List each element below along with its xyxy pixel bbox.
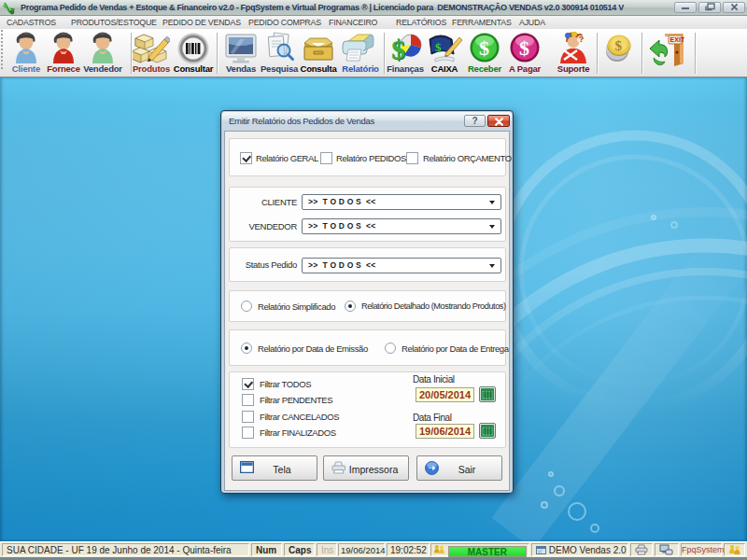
svg-text:EXIT: EXIT	[670, 36, 685, 43]
svg-text:$: $	[391, 34, 405, 64]
svg-text:$: $	[519, 36, 529, 60]
svg-text:?: ?	[579, 35, 585, 44]
svg-text:$: $	[615, 38, 623, 53]
svg-text:$: $	[479, 36, 489, 60]
svg-text:$: $	[435, 40, 442, 54]
